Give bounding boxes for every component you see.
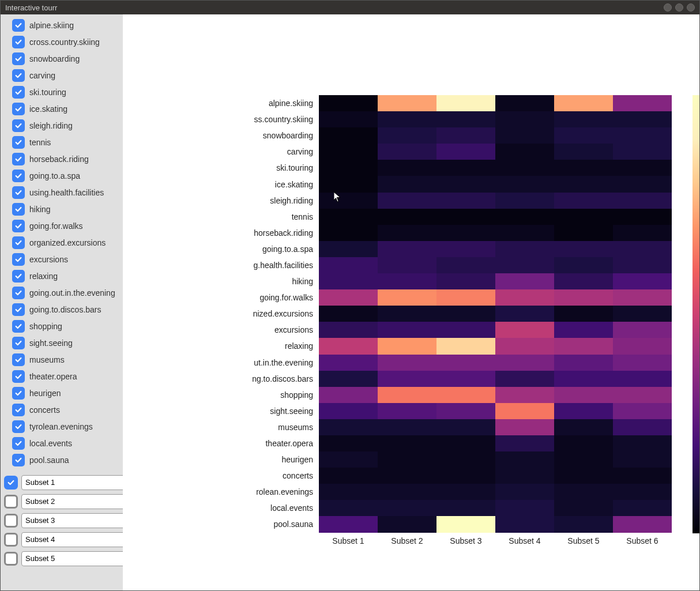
checkbox[interactable] — [12, 220, 25, 232]
checkbox[interactable] — [12, 420, 25, 433]
variable-list[interactable]: alpine.skiingcross.country.skiingsnowboa… — [1, 14, 123, 470]
variable-row[interactable]: concerts — [1, 401, 123, 418]
heatmap-cell — [436, 387, 495, 403]
heatmap-cell — [495, 95, 554, 111]
heatmap-cell — [613, 241, 672, 257]
heatmap-cell — [378, 111, 436, 127]
variable-row[interactable]: shopping — [1, 318, 123, 334]
variable-row[interactable]: snowboarding — [1, 50, 123, 67]
checkbox[interactable] — [12, 86, 25, 99]
checkbox[interactable] — [12, 387, 25, 400]
variable-row[interactable]: museums — [1, 351, 123, 368]
checkbox[interactable] — [12, 203, 25, 216]
checkbox[interactable] — [12, 303, 25, 316]
heatmap-x-labels: Subset 1Subset 2Subset 3Subset 4Subset 5… — [319, 536, 672, 550]
heatmap-cell — [319, 484, 378, 500]
heatmap-row — [319, 451, 672, 468]
heatmap-cell — [495, 435, 554, 451]
checkbox[interactable] — [12, 437, 25, 450]
subset-name-input[interactable] — [21, 551, 126, 566]
variable-row[interactable]: theater.opera — [1, 368, 123, 385]
variable-row[interactable]: alpine.skiing — [1, 17, 123, 33]
variable-row[interactable]: local.events — [1, 435, 123, 451]
close-icon[interactable] — [687, 3, 695, 12]
variable-row[interactable]: pool.sauna — [1, 451, 123, 468]
checkbox[interactable] — [12, 404, 25, 416]
heatmap-cell — [495, 209, 554, 225]
heatmap-cell — [436, 484, 495, 500]
variable-row[interactable]: going.out.in.the.evening — [1, 284, 123, 301]
checkbox[interactable] — [12, 287, 25, 299]
checkbox[interactable] — [12, 370, 25, 383]
checkbox[interactable] — [12, 19, 25, 32]
variable-row[interactable]: going.to.a.spa — [1, 167, 123, 184]
checkbox[interactable] — [12, 253, 25, 266]
y-axis-label: ng.to.discos.bars — [123, 371, 317, 387]
checkbox[interactable] — [4, 552, 18, 566]
variable-row[interactable]: going.for.walks — [1, 217, 123, 234]
variable-row[interactable]: sight.seeing — [1, 334, 123, 351]
checkbox[interactable] — [12, 337, 25, 349]
heatmap-cell — [436, 419, 495, 435]
y-axis-label: hiking — [123, 273, 317, 289]
checkbox[interactable] — [12, 454, 25, 466]
heatmap-cell — [613, 403, 672, 419]
variable-row[interactable]: organized.excursions — [1, 234, 123, 251]
app-body: alpine.skiingcross.country.skiingsnowboa… — [1, 14, 699, 590]
checkbox[interactable] — [12, 69, 25, 82]
checkbox[interactable] — [12, 136, 25, 149]
checkbox[interactable] — [4, 533, 18, 547]
variable-row[interactable]: tennis — [1, 134, 123, 150]
heatmap-y-labels: alpine.skiingss.country.skiingsnowboardi… — [123, 95, 317, 533]
heatmap-cell — [495, 193, 554, 209]
heatmap-cell — [554, 322, 613, 338]
heatmap-cell — [554, 209, 613, 225]
checkbox[interactable] — [12, 186, 25, 199]
checkbox[interactable] — [12, 119, 25, 132]
subset-name-input[interactable] — [21, 494, 126, 509]
subset-name-input[interactable] — [21, 513, 126, 528]
checkbox[interactable] — [12, 52, 25, 65]
variable-row[interactable]: using.health.facilities — [1, 184, 123, 201]
heatmap-cell — [436, 273, 495, 289]
variable-row[interactable]: cross.country.skiing — [1, 33, 123, 50]
maximize-icon[interactable] — [675, 3, 683, 12]
checkbox[interactable] — [12, 36, 25, 48]
variable-row[interactable]: relaxing — [1, 268, 123, 284]
variable-row[interactable]: going.to.discos.bars — [1, 301, 123, 318]
variable-row[interactable]: sleigh.riding — [1, 117, 123, 134]
variable-row[interactable]: carving — [1, 67, 123, 84]
heatmap-cell — [436, 306, 495, 322]
heatmap-cell — [319, 127, 378, 144]
variable-row[interactable]: hiking — [1, 201, 123, 217]
variable-label: ski.touring — [29, 88, 66, 97]
checkbox[interactable] — [12, 153, 25, 165]
checkbox[interactable] — [12, 103, 25, 115]
heatmap-row — [319, 371, 672, 387]
heatmap-cell — [554, 241, 613, 257]
variable-row[interactable]: horseback.riding — [1, 150, 123, 167]
checkbox[interactable] — [4, 514, 18, 528]
checkbox[interactable] — [12, 320, 25, 333]
variable-row[interactable]: ski.touring — [1, 84, 123, 100]
checkbox[interactable] — [12, 170, 25, 182]
subset-name-input[interactable] — [21, 475, 126, 490]
variable-row[interactable]: heurigen — [1, 385, 123, 401]
variable-row[interactable]: excursions — [1, 251, 123, 268]
checkbox[interactable] — [4, 495, 18, 509]
heatmap-cell — [554, 387, 613, 403]
heatmap-row — [319, 176, 672, 192]
checkbox[interactable] — [12, 353, 25, 366]
checkbox[interactable] — [12, 236, 25, 249]
variable-label: going.to.discos.bars — [29, 305, 101, 314]
heatmap-cell — [436, 144, 495, 160]
minimize-icon[interactable] — [664, 3, 672, 12]
variable-row[interactable]: tyrolean.evenings — [1, 418, 123, 435]
heatmap-cell — [319, 193, 378, 209]
heatmap-cell — [319, 144, 378, 160]
subset-name-input[interactable] — [21, 532, 126, 547]
checkbox[interactable] — [4, 476, 18, 490]
variable-row[interactable]: ice.skating — [1, 100, 123, 117]
checkbox[interactable] — [12, 270, 25, 283]
heatmap-cell — [495, 273, 554, 289]
